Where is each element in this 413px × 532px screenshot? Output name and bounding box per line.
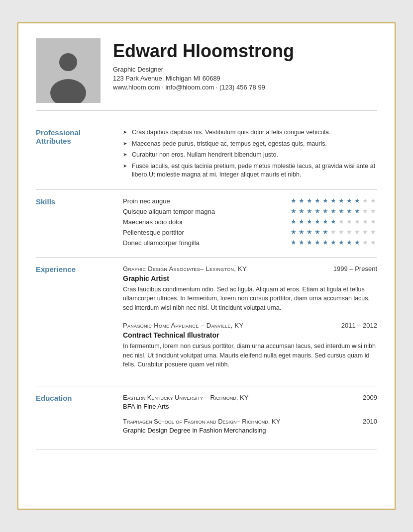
skill-row: Maecenas odio dolor ★★★★★★★★★★★ [123, 218, 377, 226]
professional-attributes-label: Professional Attributes [36, 128, 123, 182]
star-icon: ★ [314, 229, 321, 236]
resume-header: Edward Hloomstrong Graphic Designer 123 … [36, 38, 377, 111]
star-empty-icon: ★ [338, 218, 345, 225]
skills-content: Proin nec augue ★★★★★★★★★★★ Quisque aliq… [123, 197, 377, 250]
company-name: Panasonic Home Appliance – Danville, KY [123, 322, 243, 329]
skill-name: Donec ullamcorper fringilla [123, 239, 200, 247]
star-icon: ★ [330, 218, 337, 225]
skill-rating: ★★★★★★★★★★★ [291, 197, 377, 204]
star-icon: ★ [314, 239, 321, 246]
star-empty-icon: ★ [370, 239, 377, 246]
experience-header: Graphic Design Associates– Lexington, KY… [123, 265, 377, 272]
star-icon: ★ [322, 208, 329, 215]
star-empty-icon: ★ [362, 208, 369, 215]
star-empty-icon: ★ [370, 197, 377, 204]
education-entry: Traphagen School of Fashion and Design– … [123, 418, 377, 434]
star-icon: ★ [346, 208, 353, 215]
school-name: Eastern Kentucky University – Richmond, … [123, 394, 248, 401]
star-icon: ★ [346, 239, 353, 246]
star-empty-icon: ★ [346, 218, 353, 225]
star-icon: ★ [338, 208, 345, 215]
experience-entry: Panasonic Home Appliance – Danville, KY … [123, 322, 377, 369]
star-icon: ★ [291, 218, 298, 225]
star-icon: ★ [354, 239, 361, 246]
education-section: Education Eastern Kentucky University – … [36, 386, 377, 449]
star-empty-icon: ★ [362, 239, 369, 246]
star-icon: ★ [307, 197, 313, 204]
skills-section: Skills Proin nec augue ★★★★★★★★★★★ Quisq… [36, 190, 377, 258]
star-icon: ★ [307, 239, 313, 246]
star-empty-icon: ★ [346, 229, 353, 236]
star-icon: ★ [330, 239, 337, 246]
star-icon: ★ [314, 208, 321, 215]
job-description: Cras faucibus condimentum odio. Sed ac l… [123, 285, 377, 313]
job-title: Graphic Artist [123, 274, 377, 282]
star-empty-icon: ★ [338, 229, 345, 236]
star-icon: ★ [314, 197, 321, 204]
skill-name: Quisque aliquam tempor magna [123, 208, 215, 215]
star-icon: ★ [322, 229, 329, 236]
star-icon: ★ [291, 239, 298, 246]
star-icon: ★ [322, 197, 329, 204]
education-label: Education [36, 394, 123, 442]
skill-name: Maecenas odio dolor [123, 218, 183, 226]
experience-label: Experience [36, 265, 123, 379]
star-empty-icon: ★ [370, 218, 377, 225]
star-empty-icon: ★ [370, 208, 377, 215]
star-empty-icon: ★ [354, 229, 361, 236]
star-empty-icon: ★ [362, 229, 369, 236]
graduation-year: 2010 [363, 418, 377, 425]
experience-dates: 2011 – 2012 [341, 322, 377, 329]
skill-rating: ★★★★★★★★★★★ [291, 239, 377, 246]
star-icon: ★ [322, 239, 329, 246]
attributes-list: Cras dapibus dapibus nis. Vestibulum qui… [123, 128, 377, 179]
professional-attributes-content: Cras dapibus dapibus nis. Vestibulum qui… [123, 128, 377, 182]
star-empty-icon: ★ [362, 197, 369, 204]
list-item: Maecenas pede purus, tristique ac, tempu… [123, 140, 377, 149]
candidate-address: 123 Park Avenue, Michigan MI 60689 [113, 75, 377, 82]
education-header: Traphagen School of Fashion and Design– … [123, 418, 377, 425]
candidate-name: Edward Hloomstrong [113, 41, 377, 62]
star-icon: ★ [291, 229, 298, 236]
header-info: Edward Hloomstrong Graphic Designer 123 … [113, 38, 377, 91]
list-item: Fusce iaculis, est quis lacinia pretium,… [123, 162, 377, 179]
skill-row: Quisque aliquam tempor magna ★★★★★★★★★★★ [123, 208, 377, 215]
star-icon: ★ [338, 197, 345, 204]
star-icon: ★ [307, 208, 313, 215]
star-icon: ★ [330, 208, 337, 215]
experience-dates: 1999 – Present [333, 265, 377, 272]
job-description: In fermentum, lorem non cursus porttitor… [123, 342, 377, 369]
list-item: Curabitur non eros. Nullam hendrerit bib… [123, 151, 377, 160]
star-empty-icon: ★ [370, 229, 377, 236]
star-icon: ★ [346, 197, 353, 204]
skill-rating: ★★★★★★★★★★★ [291, 218, 377, 225]
svg-point-1 [50, 79, 86, 103]
skills-label: Skills [36, 197, 123, 250]
star-icon: ★ [330, 197, 337, 204]
education-content: Eastern Kentucky University – Richmond, … [123, 394, 377, 442]
education-entry: Eastern Kentucky University – Richmond, … [123, 394, 377, 410]
star-empty-icon: ★ [330, 229, 337, 236]
graduation-year: 2009 [363, 394, 377, 401]
star-icon: ★ [307, 218, 313, 225]
star-icon: ★ [299, 197, 306, 204]
professional-attributes-section: Professional Attributes Cras dapibus dap… [36, 121, 377, 190]
school-name: Traphagen School of Fashion and Design– … [123, 418, 280, 425]
star-icon: ★ [299, 218, 306, 225]
star-icon: ★ [291, 197, 298, 204]
star-empty-icon: ★ [354, 218, 361, 225]
star-icon: ★ [299, 229, 306, 236]
star-icon: ★ [338, 239, 345, 246]
skill-rating: ★★★★★★★★★★★ [291, 208, 377, 215]
star-icon: ★ [314, 218, 321, 225]
star-icon: ★ [354, 197, 361, 204]
star-icon: ★ [299, 208, 306, 215]
star-icon: ★ [307, 229, 313, 236]
list-item: Cras dapibus dapibus nis. Vestibulum qui… [123, 128, 377, 137]
company-name: Graphic Design Associates– Lexington, KY [123, 265, 247, 272]
experience-entry: Graphic Design Associates– Lexington, KY… [123, 265, 377, 313]
experience-header: Panasonic Home Appliance – Danville, KY … [123, 322, 377, 329]
candidate-title: Graphic Designer [113, 66, 377, 73]
avatar [36, 38, 101, 103]
star-icon: ★ [354, 208, 361, 215]
